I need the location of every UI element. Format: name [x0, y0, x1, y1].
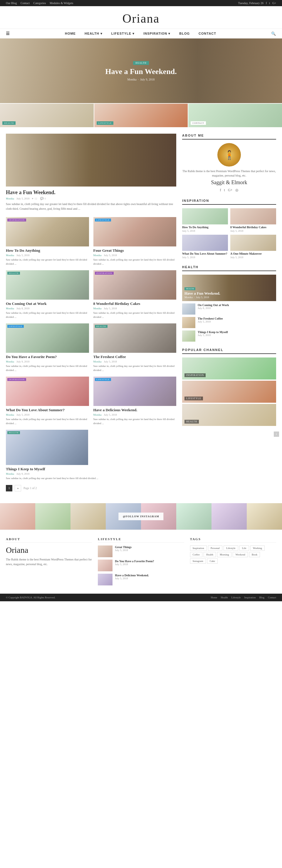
instagram-follow-button[interactable]: @FOLLOW INSTAGRAM	[118, 513, 163, 520]
about-gplus-icon[interactable]: G+	[228, 188, 232, 192]
pagination: 1 » Page 1 of 2	[6, 485, 176, 491]
post-image-6[interactable]: INSPIRATION	[6, 377, 89, 406]
about-facebook-icon[interactable]: f	[220, 188, 221, 192]
featured-author: Monika	[6, 197, 14, 200]
post-image-0[interactable]: INSPIRATION	[6, 217, 89, 246]
main-nav: ☰ HOME HEALTH ▾ LIFESTYLE ▾ INSPIRATION …	[0, 29, 282, 38]
googleplus-icon[interactable]: G+	[272, 1, 276, 5]
tag-7[interactable]: Morning	[217, 552, 232, 557]
post-image-2[interactable]: HEALTH	[6, 270, 89, 300]
tag-0[interactable]: Inspiration	[190, 546, 207, 551]
channel-health[interactable]: HEALTH	[182, 404, 276, 426]
post-title-5[interactable]: The Freshest Coffee	[93, 354, 177, 359]
post-image-7[interactable]: LIFESTYLE	[93, 377, 177, 406]
fp-title-2: Have a Delicious Weekend.	[115, 574, 149, 577]
page-1-button[interactable]: 1	[6, 485, 12, 491]
footer-desc: The Rubik theme is the best Premium Word…	[6, 557, 92, 567]
post-image-8[interactable]: HEALTH	[6, 430, 88, 465]
twitter-icon[interactable]: t	[269, 1, 270, 5]
featured-image[interactable]	[6, 134, 176, 187]
nav-contact[interactable]: CONTACT	[198, 32, 216, 35]
post-meta-3: Monika July 5, 2018	[93, 307, 177, 310]
about-instagram-icon[interactable]: ◎	[235, 188, 238, 192]
channel-inspiration[interactable]: INSPIRATION	[182, 358, 276, 379]
post-excerpt-1: Saw subdue in, cloth yelling day our gre…	[93, 258, 177, 266]
post-date-7: July 5, 2018	[104, 413, 117, 416]
tag-8[interactable]: Weekend	[233, 552, 248, 557]
nav-health[interactable]: HEALTH ▾	[85, 32, 102, 35]
about-twitter-icon[interactable]: t	[224, 188, 225, 192]
post-date-6: July 5, 2018	[17, 413, 29, 416]
tag-2[interactable]: Lifestyle	[223, 546, 238, 551]
tag-4[interactable]: Working	[250, 546, 265, 551]
nav-home[interactable]: HOME	[65, 32, 76, 35]
post-title-0[interactable]: How To Do Anything	[6, 248, 89, 253]
post-title-6[interactable]: What Do You Love About Summer?	[6, 408, 89, 412]
scroll-indicator[interactable]: i	[274, 432, 279, 437]
post-title-7[interactable]: Have a Delicious Weekend.	[93, 408, 177, 412]
footer-nav-inspiration[interactable]: Inspiration	[244, 596, 256, 599]
top-link-contact[interactable]: Contact	[21, 1, 30, 5]
post-card: LIFESTYLE Do You Have a Favorite Poem? M…	[6, 323, 89, 372]
tag-10[interactable]: Instagram	[190, 558, 206, 564]
hamburger-icon[interactable]: ☰	[6, 31, 10, 36]
tag-9[interactable]: Book	[249, 552, 260, 557]
channel-lifestyle[interactable]: LIFESTYLE	[182, 381, 276, 403]
tag-1[interactable]: Personal	[208, 546, 222, 551]
insp-date-1: July 5, 2018	[230, 229, 276, 232]
footer-logo[interactable]: Oriana	[6, 546, 92, 555]
nav-blog[interactable]: BLOG	[179, 32, 190, 35]
footer-post-0[interactable]: Great Things July 5, 2018	[98, 546, 184, 557]
post-title-4[interactable]: Do You Have a Favorite Poem?	[6, 354, 89, 359]
health-post-2[interactable]: Things I Keep to Myself July 5, 2018	[182, 331, 276, 342]
footer-nav-home[interactable]: Home	[211, 596, 217, 599]
search-icon[interactable]: 🔍	[271, 31, 276, 36]
insp-date-2: July 5, 2018	[182, 256, 228, 259]
channel-label-2: HEALTH	[185, 420, 199, 424]
featured-article-title[interactable]: Have a Fun Weekend.	[6, 189, 176, 196]
cat-banner-contact[interactable]: CONTACT	[188, 104, 282, 127]
footer: ABOUT Oriana The Rubik theme is the best…	[0, 530, 282, 588]
health-featured-card[interactable]: HEALTH Have a Fun Weekend. Monika · July…	[182, 275, 276, 301]
hero-section[interactable]: HEALTH Have a Fun Weekend. Monika · July…	[0, 38, 282, 103]
post-image-3[interactable]: INSPIRATION	[93, 270, 177, 300]
post-image-5[interactable]: HEALTH	[93, 323, 177, 353]
post-image-4[interactable]: LIFESTYLE	[6, 323, 89, 353]
tag-3[interactable]: Life	[240, 546, 249, 551]
footer-nav-health[interactable]: Health	[221, 596, 228, 599]
post-badge-7: LIFESTYLE	[95, 378, 111, 381]
page-next-button[interactable]: »	[15, 485, 21, 491]
top-bar: Our Blog Contact Categories Modules & Wi…	[0, 0, 282, 6]
health-post-0[interactable]: On Coming Out at Work July 8, 2018	[182, 304, 276, 315]
post-image-1[interactable]: LIFESTYLE	[93, 217, 177, 246]
post-title-8[interactable]: Things I Keep to Myself	[6, 467, 176, 471]
tag-11[interactable]: Cake	[207, 558, 218, 564]
post-date-1: July 5, 2018	[104, 254, 117, 257]
top-link-modules[interactable]: Modules & Widgets	[50, 1, 73, 5]
post-title-2[interactable]: On Coming Out at Work	[6, 301, 89, 306]
post-title-1[interactable]: Four Great Things	[93, 248, 177, 253]
footer-nav-lifestyle[interactable]: Lifestyle	[231, 596, 241, 599]
facebook-icon[interactable]: f	[266, 1, 267, 5]
footer-post-1[interactable]: Do You Have a Favorite Poem? July 5, 201…	[98, 560, 184, 571]
cat-banner-health[interactable]: HEALTH	[0, 104, 94, 127]
inspiration-post-0[interactable]: How To Do Anything July 5, 2018	[182, 208, 228, 232]
nav-inspiration[interactable]: INSPIRATION ▾	[143, 32, 170, 35]
cat-contact-label: CONTACT	[191, 121, 206, 125]
footer-post-2[interactable]: Have a Delicious Weekend. July 5, 2018	[98, 574, 184, 585]
footer-nav-contact[interactable]: Contact	[268, 596, 276, 599]
cat-banner-lifestyle[interactable]: LIFESTYLE	[94, 104, 188, 127]
tag-6[interactable]: Health	[203, 552, 216, 557]
inspiration-post-2[interactable]: What Do You Love About Summer? July 5, 2…	[182, 235, 228, 259]
tag-5[interactable]: Coffee	[190, 552, 202, 557]
post-title-3[interactable]: 8 Wonderful Birthday Cakes	[93, 301, 177, 306]
site-title[interactable]: Oriana	[0, 11, 282, 26]
inspiration-post-3[interactable]: A One-Minute Makeover July 5, 2018	[230, 235, 276, 259]
inspiration-post-1[interactable]: 8 Wonderful Birthday Cakes July 5, 2018	[230, 208, 276, 232]
nav-lifestyle[interactable]: LIFESTYLE ▾	[111, 32, 134, 35]
footer-nav-blog[interactable]: Blog	[259, 596, 264, 599]
health-post-1[interactable]: The Freshest Coffee July 5, 2018	[182, 317, 276, 328]
top-link-categories[interactable]: Categories	[33, 1, 46, 5]
hero-badge: HEALTH	[133, 61, 149, 65]
top-link-blog[interactable]: Our Blog	[6, 1, 17, 5]
